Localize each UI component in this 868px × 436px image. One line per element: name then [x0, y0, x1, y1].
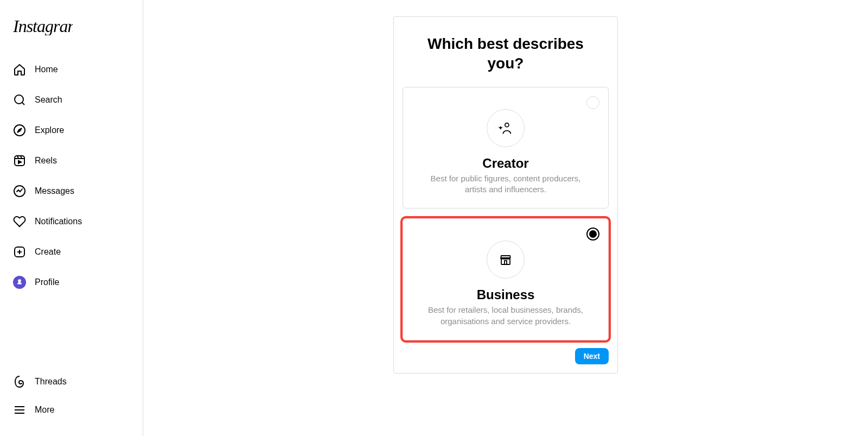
next-button[interactable]: Next	[575, 348, 609, 364]
sidebar-item-label: Explore	[35, 125, 64, 135]
sidebar-item-label: More	[35, 405, 54, 415]
svg-line-2	[22, 103, 24, 105]
more-icon	[13, 403, 26, 416]
option-title: Business	[412, 287, 599, 302]
search-icon	[13, 93, 26, 106]
threads-icon	[13, 375, 26, 388]
button-row: Next	[403, 348, 609, 364]
bottom-nav: Threads More	[7, 367, 136, 425]
sidebar-item-label: Home	[35, 65, 58, 74]
svg-point-1	[15, 95, 23, 104]
sidebar-item-label: Threads	[35, 377, 67, 387]
sidebar-item-notifications[interactable]: Notifications	[7, 208, 136, 235]
nav: Home Search Explore Reels Messages	[7, 54, 136, 298]
sidebar-item-search[interactable]: Search	[7, 87, 136, 113]
sidebar-item-label: Profile	[35, 277, 59, 287]
svg-rect-18	[505, 261, 507, 264]
explore-icon	[13, 124, 26, 137]
home-icon	[13, 63, 26, 76]
svg-text:Instagram: Instagram	[13, 18, 73, 35]
account-type-card: Which best describes you? Creator Best f…	[393, 16, 618, 374]
sidebar-item-explore[interactable]: Explore	[7, 117, 136, 143]
sidebar-item-label: Reels	[35, 156, 57, 166]
main: Which best describes you? Creator Best f…	[143, 0, 868, 436]
messages-icon	[13, 185, 26, 198]
avatar	[13, 276, 26, 289]
sidebar-item-profile[interactable]: Profile	[7, 269, 136, 295]
sidebar-item-reels[interactable]: Reels	[7, 148, 136, 174]
notifications-icon	[13, 215, 26, 228]
sidebar: Instagram Home Search Explore R	[0, 0, 143, 436]
creator-icon	[487, 109, 525, 147]
sidebar-item-label: Create	[35, 247, 61, 257]
radio-inner	[589, 230, 597, 238]
sidebar-item-threads[interactable]: Threads	[7, 369, 136, 395]
radio-business[interactable]	[586, 228, 599, 241]
sidebar-item-label: Messages	[35, 186, 74, 196]
option-creator[interactable]: Creator Best for public figures, content…	[403, 87, 609, 209]
sidebar-item-label: Notifications	[35, 217, 82, 226]
sidebar-item-create[interactable]: Create	[7, 239, 136, 265]
profile-icon	[13, 276, 26, 289]
create-icon	[13, 245, 26, 258]
sidebar-item-messages[interactable]: Messages	[7, 178, 136, 204]
reels-icon	[13, 154, 26, 167]
card-title: Which best describes you?	[408, 34, 603, 74]
sidebar-item-label: Search	[35, 95, 62, 105]
option-title: Creator	[412, 156, 599, 171]
sidebar-item-home[interactable]: Home	[7, 56, 136, 83]
instagram-logo: Instagram	[13, 18, 130, 35]
svg-point-17	[505, 123, 509, 127]
logo-wrap[interactable]: Instagram	[7, 4, 136, 44]
option-desc: Best for retailers, local businesses, br…	[412, 305, 599, 331]
sidebar-item-more[interactable]: More	[7, 397, 136, 423]
business-icon	[487, 241, 525, 279]
radio-creator[interactable]	[586, 96, 599, 109]
svg-marker-4	[17, 128, 22, 132]
svg-marker-9	[18, 161, 21, 163]
option-business[interactable]: Business Best for retailers, local busin…	[403, 218, 609, 340]
option-desc: Best for public figures, content produce…	[412, 173, 599, 200]
